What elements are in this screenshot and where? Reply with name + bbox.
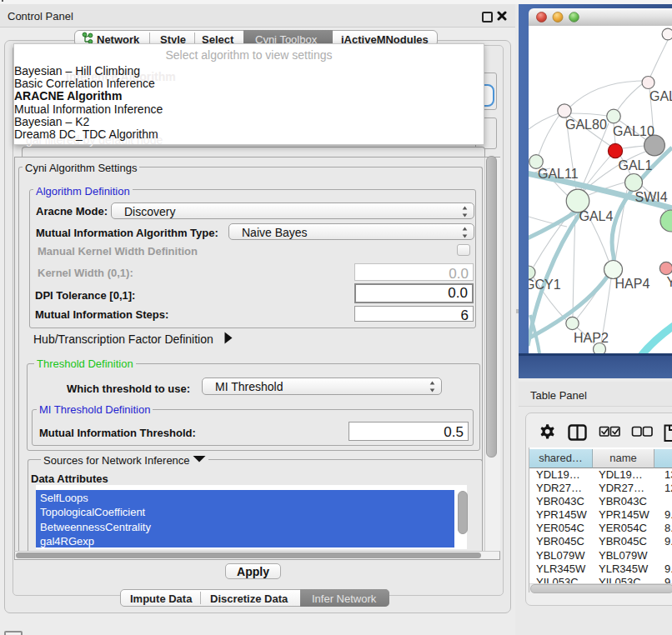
svg-text:GAL1: GAL1 [619,158,653,172]
svg-text:GAL11: GAL11 [538,167,579,181]
svg-text:GAL80: GAL80 [565,118,607,132]
svg-text:GCY1: GCY1 [529,278,561,292]
svg-text:GAL7: GAL7 [649,89,672,103]
svg-text:GAL10: GAL10 [613,124,654,138]
svg-text:HAP2: HAP2 [574,331,609,345]
svg-text:SWI4: SWI4 [635,190,668,204]
svg-text:GAL4: GAL4 [579,209,614,223]
svg-text:HAP4: HAP4 [615,277,650,291]
svg-text:Y: Y [667,275,672,289]
